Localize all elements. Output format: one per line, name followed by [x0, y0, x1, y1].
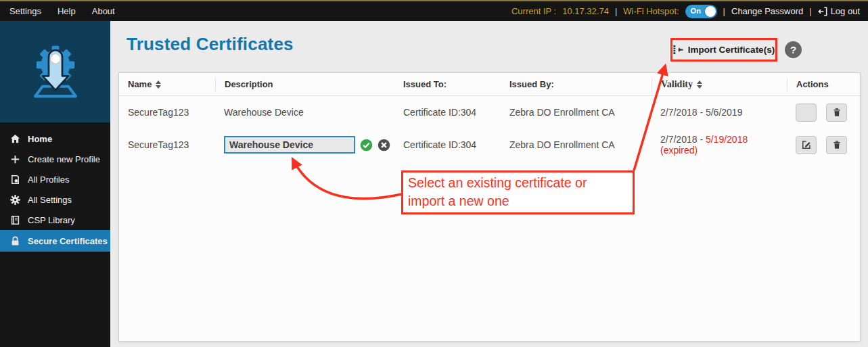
logout-label: Log out: [831, 6, 860, 16]
page-title: Trusted Certificates: [127, 34, 294, 55]
sidebar-item-home[interactable]: Home: [0, 129, 110, 149]
menu-settings[interactable]: Settings: [9, 6, 41, 16]
separator: |: [615, 6, 617, 16]
app-window: Settings Help About Current IP : 10.17.3…: [0, 0, 868, 347]
toggle-on-label: On: [691, 7, 701, 15]
separator: |: [723, 6, 725, 16]
validity: 2/7/2018 - 5/6/2019: [660, 107, 742, 118]
table-body: SecureTag123 Warehouse Device Certificat…: [119, 96, 860, 161]
cert-name: SecureTag123: [128, 107, 189, 118]
lock-icon: [9, 236, 21, 246]
column-header-validity[interactable]: Validity: [652, 78, 787, 91]
sidebar-menu: Home Create new Profile All Profiles All…: [0, 129, 110, 252]
wifi-hotspot-label: Wi-Fi Hotspot:: [623, 6, 679, 16]
import-certificates-button[interactable]: Import Certificate(s): [673, 45, 775, 55]
top-menu-bar: Settings Help About Current IP : 10.17.3…: [0, 0, 868, 21]
library-icon: [9, 215, 21, 225]
description-input[interactable]: [224, 136, 355, 154]
delete-button[interactable]: [826, 136, 847, 154]
logout-icon: [818, 7, 827, 16]
callout-line-1: Select an existing certificate or: [408, 174, 628, 192]
help-icon[interactable]: ?: [785, 41, 802, 58]
trash-icon: [832, 140, 842, 149]
cancel-icon[interactable]: [378, 139, 390, 152]
plus-icon: [9, 154, 21, 164]
edit-button[interactable]: [796, 103, 817, 122]
stagenow-logo-icon: [22, 37, 89, 107]
edit-button[interactable]: [796, 136, 817, 154]
cert-description: Warehouse Device: [224, 107, 304, 118]
issued-to: Certificate ID:304: [403, 139, 476, 150]
topbar-menu: Settings Help About: [0, 6, 115, 16]
profiles-icon: [9, 175, 21, 185]
table-header-row: Name Description Issued To: Issued By: V…: [119, 73, 860, 96]
sidebar-item-csp-library[interactable]: CSP Library: [0, 210, 110, 230]
callout-line-2: import a new one: [408, 192, 628, 210]
column-header-issuedby: Issued By:: [501, 79, 652, 89]
validity: 2/7/2018 - 5/19/2018 (expired): [660, 134, 787, 156]
sort-toggle-icon[interactable]: [156, 80, 161, 89]
confirm-icon[interactable]: [360, 139, 373, 152]
topbar-status: Current IP : 10.17.32.74 | Wi-Fi Hotspot…: [511, 1, 860, 21]
wifi-hotspot-toggle[interactable]: On: [685, 5, 717, 18]
table-row: SecureTag123 Warehouse Device Certificat…: [119, 96, 860, 129]
current-ip-value: 10.17.32.74: [562, 6, 609, 16]
issued-by: Zebra DO Enrollment CA: [509, 139, 615, 150]
column-header-description: Description: [215, 78, 393, 91]
sidebar-item-all-profiles[interactable]: All Profiles: [0, 169, 110, 189]
issued-to: Certificate ID:304: [403, 107, 476, 118]
annotation-callout: Select an existing certificate or import…: [401, 170, 635, 214]
description-edit-group: [224, 136, 390, 154]
column-header-name[interactable]: Name: [119, 79, 215, 89]
separator: |: [809, 6, 811, 16]
import-icon: [673, 45, 683, 55]
column-header-issuedto: Issued To:: [393, 79, 501, 89]
delete-button[interactable]: [826, 103, 847, 122]
table-row: SecureTag123 Certificate ID:304 Zebra DO…: [119, 129, 860, 161]
toggle-knob: [705, 6, 716, 17]
logout-link[interactable]: Log out: [818, 6, 860, 16]
menu-about[interactable]: About: [92, 6, 115, 16]
current-ip-label: Current IP :: [511, 6, 556, 16]
column-header-actions: Actions: [787, 78, 861, 91]
menu-help[interactable]: Help: [58, 6, 76, 16]
change-password-link[interactable]: Change Password: [731, 6, 803, 16]
import-button-label: Import Certificate(s): [688, 45, 775, 55]
edit-icon: [802, 140, 811, 149]
import-annotation-rect: Import Certificate(s): [670, 38, 777, 62]
sidebar-item-create-new-profile[interactable]: Create new Profile: [0, 149, 110, 169]
sidebar-item-secure-certificates[interactable]: Secure Certificates: [0, 230, 110, 252]
sidebar: Home Create new Profile All Profiles All…: [0, 21, 110, 347]
sort-toggle-icon[interactable]: [697, 80, 702, 89]
cert-name: SecureTag123: [128, 139, 189, 150]
trash-icon: [832, 108, 842, 117]
issued-by: Zebra DO Enrollment CA: [509, 107, 615, 118]
app-logo-panel: [0, 21, 110, 122]
home-icon: [9, 134, 21, 144]
sidebar-item-all-settings[interactable]: All Settings: [0, 189, 110, 210]
gear-icon: [9, 195, 21, 205]
